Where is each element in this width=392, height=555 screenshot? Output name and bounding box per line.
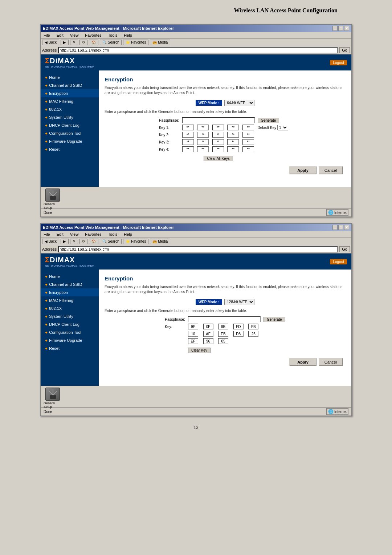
close-btn-1[interactable]: ✕ xyxy=(344,26,349,31)
sidebar-item-sysutil-1[interactable]: ● System Utility xyxy=(41,113,99,121)
favorites-btn-2[interactable]: ⭐ Favorites xyxy=(123,239,148,244)
k128-r2c3[interactable] xyxy=(218,331,228,337)
search-btn-2[interactable]: 🔍 Search xyxy=(100,239,122,244)
sidebar-item-8021x-2[interactable]: ● 802.1X xyxy=(41,304,99,312)
menu-view-1[interactable]: View xyxy=(69,33,80,38)
key1-val3-1[interactable] xyxy=(212,125,224,130)
media-btn-2[interactable]: 📻 Media xyxy=(150,239,170,244)
key1-val5-1[interactable] xyxy=(242,125,254,130)
k128-r3c1[interactable] xyxy=(188,338,198,344)
stop-btn-1[interactable]: ✕ xyxy=(70,40,78,45)
k128-r1c4[interactable] xyxy=(233,324,244,329)
menu-favorites-1[interactable]: Favorites xyxy=(83,33,103,38)
k128-r2c5[interactable] xyxy=(248,331,258,337)
menu-file-2[interactable]: File xyxy=(42,232,52,237)
key4-val2-1[interactable] xyxy=(197,146,209,152)
sidebar-item-firmware-1[interactable]: ● Firmware Upgrade xyxy=(41,137,99,145)
sidebar-item-dhcp-2[interactable]: ● DHCP Client Log xyxy=(41,320,99,328)
key4-val3-1[interactable] xyxy=(212,146,224,152)
media-btn-1[interactable]: 📻 Media xyxy=(150,40,170,45)
sidebar-item-sysutil-2[interactable]: ● System Utility xyxy=(41,312,99,320)
key3-val3-1[interactable] xyxy=(212,139,224,145)
maximize-btn-2[interactable]: □ xyxy=(338,225,343,230)
back-btn-2[interactable]: ◀ Back xyxy=(42,239,59,244)
key2-val2-1[interactable] xyxy=(197,132,209,138)
key3-val4-1[interactable] xyxy=(227,139,239,145)
generate-btn-1[interactable]: Generate xyxy=(258,118,279,123)
menu-favorites-2[interactable]: Favorites xyxy=(83,232,103,237)
generate-btn-2[interactable]: Generate xyxy=(264,317,285,322)
sidebar-item-home-2[interactable]: ● Home xyxy=(41,272,99,280)
k128-r2c4[interactable] xyxy=(233,331,244,337)
menu-file-1[interactable]: File xyxy=(42,33,52,38)
default-key-select-1[interactable]: 1234 xyxy=(277,125,288,130)
favorites-btn-1[interactable]: ⭐ Favorites xyxy=(123,40,148,45)
key3-val2-1[interactable] xyxy=(197,139,209,145)
back-btn-1[interactable]: ◀ Back xyxy=(42,40,59,45)
key1-val1-1[interactable] xyxy=(182,125,194,130)
key1-val4-1[interactable] xyxy=(227,125,239,130)
maximize-btn-1[interactable]: □ xyxy=(338,26,343,31)
forward-btn-2[interactable]: ▶ xyxy=(61,239,69,244)
close-btn-2[interactable]: ✕ xyxy=(344,225,349,230)
sidebar-item-dhcp-1[interactable]: ● DHCP Client Log xyxy=(41,121,99,129)
k128-r1c2[interactable] xyxy=(203,324,213,329)
sidebar-item-reset-2[interactable]: ● Reset xyxy=(41,344,99,352)
logout-btn-2[interactable]: Logout xyxy=(330,259,347,264)
wep-mode-select-1[interactable]: 64-bit WEP 128-bit WEP Disabled xyxy=(224,100,254,106)
sidebar-item-encryption-1[interactable]: ● Encryption xyxy=(41,89,99,97)
sidebar-item-mac-1[interactable]: ● MAC Filtering xyxy=(41,97,99,105)
sidebar-item-firmware-2[interactable]: ● Firmware Upgrade xyxy=(41,336,99,344)
logout-btn-1[interactable]: Logout xyxy=(330,60,347,65)
menu-tools-1[interactable]: Tools xyxy=(107,33,119,38)
minimize-btn-1[interactable]: _ xyxy=(332,26,338,31)
clear-key-btn-2[interactable]: Clear Key xyxy=(188,348,211,353)
menu-view-2[interactable]: View xyxy=(69,232,80,237)
sidebar-item-8021x-1[interactable]: ● 802.1X xyxy=(41,105,99,113)
key2-val3-1[interactable] xyxy=(212,132,224,138)
sidebar-item-mac-2[interactable]: ● MAC Filtering xyxy=(41,296,99,304)
passphrase-input-1[interactable] xyxy=(182,117,255,123)
k128-r1c3[interactable] xyxy=(218,324,228,329)
passphrase-input-2[interactable] xyxy=(188,316,261,322)
key2-val1-1[interactable] xyxy=(182,132,194,138)
k128-r1c1[interactable] xyxy=(188,324,198,329)
sidebar-item-channel-1[interactable]: ● Channel and SSID xyxy=(41,81,99,89)
cancel-btn-1[interactable]: Cancel xyxy=(319,166,343,174)
key4-val4-1[interactable] xyxy=(227,146,239,152)
menu-edit-1[interactable]: Edit xyxy=(55,33,65,38)
sidebar-item-home-1[interactable]: ● Home xyxy=(41,73,99,81)
k128-r2c1[interactable] xyxy=(188,331,198,337)
menu-edit-2[interactable]: Edit xyxy=(55,232,65,237)
key2-val5-1[interactable] xyxy=(242,132,254,138)
home-btn-1[interactable]: 🏠 xyxy=(89,40,98,45)
cancel-btn-2[interactable]: Cancel xyxy=(319,358,343,366)
menu-tools-2[interactable]: Tools xyxy=(107,232,119,237)
stop-btn-2[interactable]: ✕ xyxy=(70,239,78,244)
menu-help-2[interactable]: Help xyxy=(122,232,134,237)
k128-r3c2[interactable] xyxy=(203,338,213,344)
refresh-btn-1[interactable]: ↻ xyxy=(79,40,87,45)
key4-val1-1[interactable] xyxy=(182,146,194,152)
key2-val4-1[interactable] xyxy=(227,132,239,138)
k128-r1c5[interactable] xyxy=(248,324,258,329)
go-btn-1[interactable]: Go xyxy=(339,47,350,53)
sidebar-item-reset-1[interactable]: ● Reset xyxy=(41,145,99,153)
forward-btn-1[interactable]: ▶ xyxy=(61,40,69,45)
apply-btn-1[interactable]: Apply xyxy=(289,166,317,174)
sidebar-item-config-1[interactable]: ● Configuration Tool xyxy=(41,129,99,137)
address-input-1[interactable] xyxy=(58,47,338,53)
sidebar-item-config-2[interactable]: ● Configuration Tool xyxy=(41,328,99,336)
refresh-btn-2[interactable]: ↻ xyxy=(79,239,87,244)
search-btn-1[interactable]: 🔍 Search xyxy=(100,40,122,45)
key3-val5-1[interactable] xyxy=(242,139,254,145)
sidebar-item-channel-2[interactable]: ● Channel and SSID xyxy=(41,280,99,288)
menu-help-1[interactable]: Help xyxy=(122,33,134,38)
clear-all-btn-1[interactable]: Clear All Keys xyxy=(204,156,233,161)
sidebar-item-encryption-2[interactable]: ● Encryption xyxy=(41,288,99,296)
key1-val2-1[interactable] xyxy=(197,125,209,130)
key3-val1-1[interactable] xyxy=(182,139,194,145)
apply-btn-2[interactable]: Apply xyxy=(289,358,317,366)
k128-r3c3[interactable] xyxy=(218,338,228,344)
wep-mode-select-2[interactable]: 64-bit WEP 128-bit WEP Disabled xyxy=(224,299,254,305)
